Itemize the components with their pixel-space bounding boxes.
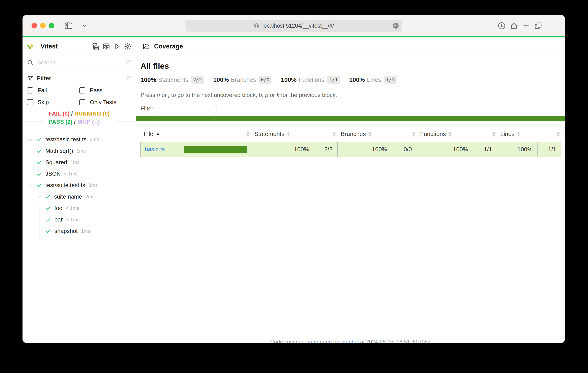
file-link[interactable]: basic.ts xyxy=(145,146,165,153)
column-header-lines-frac-sorter[interactable] xyxy=(538,125,561,142)
tree-item-test[interactable]: bar < 1ms xyxy=(22,214,136,225)
summary-line-pass-skip: PASS (2) / SKIP (--) xyxy=(49,118,110,126)
zoom-button[interactable] xyxy=(49,23,54,28)
tree-view-icon[interactable] xyxy=(92,43,99,50)
test-duration: < 1ms xyxy=(66,217,79,222)
indent-guide xyxy=(30,150,30,182)
close-button[interactable] xyxy=(32,23,37,28)
sort-arrows-icon xyxy=(368,132,372,136)
pass-check-icon xyxy=(45,228,51,234)
chevron-down-icon[interactable] xyxy=(81,23,87,29)
pass-checkbox-box[interactable] xyxy=(79,87,85,93)
tab-overview-icon[interactable] xyxy=(534,21,542,30)
functions-pct-cell: 100% xyxy=(417,142,473,157)
browser-window: localhost:51204/__vitest__/#/ xyxy=(22,15,565,343)
downloads-icon[interactable] xyxy=(497,21,506,30)
sort-arrows-icon xyxy=(333,132,336,136)
coverage-status-bar xyxy=(136,116,565,121)
test-duration: 2ms xyxy=(90,137,99,142)
url-text: localhost:51204/__vitest__/#/ xyxy=(262,23,334,29)
summary-line-fail-running: FAIL (0) / RUNNING (0) xyxy=(49,110,110,118)
dashboard-icon[interactable] xyxy=(103,43,110,50)
column-header-file[interactable]: File xyxy=(141,125,180,142)
statements-pct-cell: 100% xyxy=(251,142,314,157)
coverage-heading: All files xyxy=(141,62,565,71)
lines-pct-cell: 100% xyxy=(497,142,538,157)
only-tests-checkbox-box[interactable] xyxy=(79,99,85,105)
indent-guide xyxy=(39,207,40,238)
column-header-branches-frac-sorter[interactable] xyxy=(392,125,417,142)
table-row: basic.ts 100% 2/2 100% 0/0 100% 1/1 100% xyxy=(141,142,561,157)
column-header-statements-frac-sorter[interactable] xyxy=(314,125,337,142)
lines-frac-cell: 1/1 xyxy=(538,142,561,157)
column-header-branches[interactable]: Branches xyxy=(337,125,392,142)
tree-item-test[interactable]: Squared 1ms xyxy=(22,157,136,168)
coverage-bar-cell xyxy=(180,142,251,157)
column-header-chart-sorter[interactable] xyxy=(180,125,251,142)
sort-asc-icon xyxy=(156,133,160,135)
functions-frac-cell: 1/1 xyxy=(473,142,497,157)
tree-item-test[interactable]: JSON < 1ms xyxy=(22,168,136,180)
filter-funnel-icon xyxy=(27,75,33,82)
collapse-chevron-icon[interactable] xyxy=(28,183,33,188)
coverage-table: File Statements xyxy=(140,125,561,157)
address-bar[interactable]: localhost:51204/__vitest__/#/ xyxy=(185,20,402,32)
vitest-sidebar: Vitest xyxy=(22,37,136,343)
checkbox-skip[interactable]: Skip xyxy=(27,99,79,105)
skip-checkbox-box[interactable] xyxy=(27,99,33,105)
statements-frac-cell: 2/2 xyxy=(314,142,337,157)
sort-arrows-icon xyxy=(287,132,290,136)
sidebar-toggle-icon[interactable] xyxy=(64,21,73,30)
sort-arrows-icon xyxy=(412,132,415,136)
browser-titlebar: localhost:51204/__vitest__/#/ xyxy=(22,15,565,36)
test-duration: < 1ms xyxy=(66,205,79,211)
coverage-bar xyxy=(184,146,247,153)
istanbul-link[interactable]: istanbul xyxy=(340,339,359,343)
minimize-button[interactable] xyxy=(40,23,46,28)
stat-functions: 100% Functions 1/1 xyxy=(281,76,340,84)
clear-search-filter-icon[interactable] xyxy=(125,59,131,66)
tree-item-file[interactable]: test/suite.test.ts 3ms xyxy=(22,180,136,191)
pass-check-icon xyxy=(36,183,42,188)
filter-input-label: Filter: xyxy=(141,105,155,112)
app-title: Vitest xyxy=(41,43,58,50)
clear-filters-icon[interactable] xyxy=(125,75,131,82)
test-summary: FAIL (0) / RUNNING (0) PASS (2) / SKIP (… xyxy=(22,109,136,132)
column-header-functions[interactable]: Functions xyxy=(417,125,473,142)
tree-item-test[interactable]: foo < 1ms xyxy=(22,202,136,214)
checkbox-only-tests[interactable]: Only Tests xyxy=(79,99,131,105)
pass-check-icon xyxy=(45,194,51,200)
column-header-statements[interactable]: Statements xyxy=(251,125,314,142)
page-settings-button[interactable] xyxy=(392,22,399,29)
tree-item-file[interactable]: test/basic.test.ts 2ms xyxy=(22,134,136,145)
coverage-panel: Coverage All files 100% Statements 2/2 1… xyxy=(136,37,565,343)
pass-check-icon xyxy=(36,171,42,177)
tree-item-test[interactable]: Math.sqrt() 1ms xyxy=(22,145,136,157)
theme-toggle-sun-icon[interactable] xyxy=(124,43,131,50)
fail-checkbox-box[interactable] xyxy=(27,87,33,93)
checkbox-pass[interactable]: Pass xyxy=(79,87,131,94)
sort-arrows-icon xyxy=(246,132,250,136)
test-file-tree: test/basic.test.ts 2ms Math.sqrt() 1ms S… xyxy=(22,134,136,343)
column-header-lines[interactable]: Lines xyxy=(497,125,538,142)
branches-frac-cell: 0/0 xyxy=(392,142,417,157)
new-tab-icon[interactable] xyxy=(522,22,530,30)
tree-item-test[interactable]: snapshot 1ms xyxy=(22,225,136,237)
tree-item-suite[interactable]: suite name 2ms xyxy=(22,191,136,202)
checkbox-fail[interactable]: Fail xyxy=(27,87,79,94)
column-header-functions-frac-sorter[interactable] xyxy=(473,125,497,142)
stat-statements: 100% Statements 2/2 xyxy=(141,76,204,84)
keyboard-hint: Press n or j to go to the next uncovered… xyxy=(141,92,565,98)
run-all-icon[interactable] xyxy=(114,43,120,50)
pass-check-icon xyxy=(36,137,42,142)
coverage-filter-input[interactable] xyxy=(158,104,216,113)
collapse-chevron-icon[interactable] xyxy=(28,137,33,142)
search-input[interactable] xyxy=(37,59,125,66)
stat-lines: 100% Lines 1/1 xyxy=(349,76,397,84)
collapse-chevron-icon[interactable] xyxy=(36,194,42,199)
test-duration: < 1ms xyxy=(64,171,78,177)
share-icon[interactable] xyxy=(510,21,518,30)
test-duration: 1ms xyxy=(76,148,85,154)
traffic-lights xyxy=(32,23,54,28)
pass-check-icon xyxy=(36,148,42,154)
